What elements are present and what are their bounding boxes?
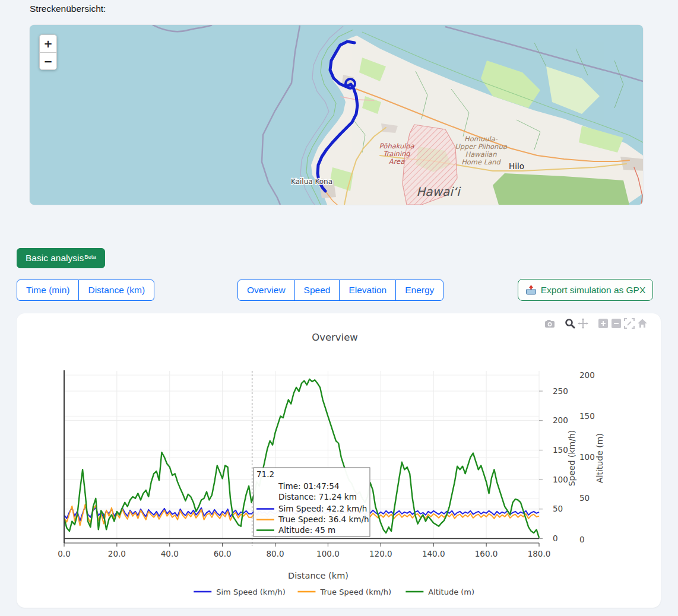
svg-text:40.0: 40.0 bbox=[161, 549, 179, 558]
toggle-time-button[interactable]: Time (min) bbox=[17, 280, 79, 301]
svg-text:120.0: 120.0 bbox=[369, 549, 392, 558]
svg-text:0.0: 0.0 bbox=[58, 549, 70, 558]
camera-icon[interactable] bbox=[543, 317, 556, 330]
legend-item-1[interactable]: Sim Speed (km/h) bbox=[194, 588, 286, 596]
legend-item-2[interactable]: True Speed (km/h) bbox=[297, 588, 391, 596]
chart-title: Overview bbox=[312, 332, 358, 343]
svg-text:180.0: 180.0 bbox=[528, 549, 551, 558]
svg-text:Altitude (m): Altitude (m) bbox=[428, 588, 474, 596]
map-canvas[interactable]: Kailua Kona Hilo Hawaiʻi Pōhakuloa Train… bbox=[30, 25, 643, 205]
export-icon bbox=[525, 285, 537, 295]
map-zoom-control: + − bbox=[39, 34, 57, 70]
x-axis-title: Distance (km) bbox=[288, 571, 348, 580]
zoom-in-icon[interactable] bbox=[597, 317, 610, 330]
chart-tab-group: Overview Speed Elevation Energy bbox=[237, 280, 443, 301]
route-map[interactable]: + − bbox=[30, 25, 643, 205]
map-label-kailua: Kailua Kona bbox=[291, 177, 332, 186]
svg-text:0: 0 bbox=[579, 535, 585, 544]
svg-text:Home Land: Home Land bbox=[461, 158, 501, 166]
legend-item-3[interactable]: Altitude (m) bbox=[405, 588, 474, 596]
toggle-distance-button[interactable]: Distance (km) bbox=[78, 280, 154, 301]
map-zoom-in-button[interactable]: + bbox=[39, 34, 57, 52]
zoom-tool-icon[interactable] bbox=[563, 317, 576, 330]
svg-text:0: 0 bbox=[553, 534, 558, 543]
svg-text:150: 150 bbox=[579, 411, 595, 421]
hover-tooltip: 71.2Time: 01:47:54Distance: 71.24 kmSim … bbox=[254, 468, 370, 536]
svg-text:100: 100 bbox=[579, 452, 595, 462]
svg-text:Sim Speed: 42.2 km/h: Sim Speed: 42.2 km/h bbox=[278, 504, 367, 513]
svg-text:50: 50 bbox=[553, 504, 563, 513]
svg-text:Altitude: 45 m: Altitude: 45 m bbox=[278, 525, 335, 535]
svg-text:True Speed: 36.4 km/h: True Speed: 36.4 km/h bbox=[278, 515, 369, 524]
svg-text:Training: Training bbox=[383, 150, 410, 158]
basic-analysis-label: Basic analysis bbox=[26, 253, 84, 263]
basic-analysis-button[interactable]: Basic analysisBeta bbox=[17, 248, 105, 268]
svg-text:Hawaiian: Hawaiian bbox=[465, 150, 498, 158]
map-label-island: Hawaiʻi bbox=[416, 185, 461, 199]
svg-text:150: 150 bbox=[553, 445, 568, 455]
svg-text:20.0: 20.0 bbox=[108, 549, 126, 558]
svg-text:Area: Area bbox=[389, 157, 405, 166]
svg-text:50: 50 bbox=[579, 493, 590, 503]
svg-text:Sim Speed (km/h): Sim Speed (km/h) bbox=[216, 588, 286, 596]
altitude-axis-labels: 050100150200 bbox=[579, 370, 595, 544]
map-label-hilo: Hilo bbox=[509, 161, 524, 171]
svg-text:200: 200 bbox=[579, 370, 595, 380]
reset-axes-home-icon[interactable] bbox=[636, 317, 649, 330]
svg-text:Upper Piihonua: Upper Piihonua bbox=[455, 142, 507, 151]
plotly-modebar bbox=[543, 317, 649, 330]
svg-text:71.2: 71.2 bbox=[256, 469, 274, 479]
export-label: Export simulation as GPX bbox=[541, 285, 646, 295]
svg-text:140.0: 140.0 bbox=[422, 549, 445, 558]
beta-badge: Beta bbox=[84, 254, 96, 260]
svg-text:160.0: 160.0 bbox=[475, 549, 498, 558]
svg-text:60.0: 60.0 bbox=[214, 549, 232, 558]
autoscale-icon[interactable] bbox=[623, 317, 636, 330]
page-title: Streckenübersicht: bbox=[30, 4, 106, 14]
x-axis-toggle-group: Time (min) Distance (km) bbox=[17, 280, 154, 301]
svg-text:100: 100 bbox=[553, 475, 568, 484]
overview-chart[interactable]: Overview0.020.040.060.080.0100.0120.0140… bbox=[17, 313, 661, 608]
tab-speed[interactable]: Speed bbox=[294, 280, 340, 301]
svg-text:200: 200 bbox=[553, 415, 568, 425]
svg-text:Time: 01:47:54: Time: 01:47:54 bbox=[278, 481, 340, 491]
tab-energy[interactable]: Energy bbox=[395, 280, 443, 301]
export-gpx-button[interactable]: Export simulation as GPX bbox=[518, 279, 653, 301]
svg-text:Pōhakuloa: Pōhakuloa bbox=[379, 142, 414, 150]
map-zoom-out-button[interactable]: − bbox=[39, 52, 57, 70]
svg-text:100.0: 100.0 bbox=[316, 549, 340, 558]
pan-tool-icon[interactable] bbox=[576, 317, 590, 330]
zoom-out-icon[interactable] bbox=[610, 317, 623, 330]
svg-text:80.0: 80.0 bbox=[267, 549, 284, 558]
tab-elevation[interactable]: Elevation bbox=[339, 280, 396, 301]
svg-text:250: 250 bbox=[553, 386, 568, 396]
svg-text:True Speed (km/h): True Speed (km/h) bbox=[319, 588, 391, 596]
speed-axis-title: Speed (km/h) bbox=[567, 430, 576, 487]
svg-text:Homuula-: Homuula- bbox=[464, 135, 498, 143]
tab-overview[interactable]: Overview bbox=[237, 280, 295, 301]
altitude-axis-title: Altitude (m) bbox=[595, 433, 604, 483]
x-axis-labels: 0.020.040.060.080.0100.0120.0140.0160.01… bbox=[58, 549, 550, 558]
chart-card: Overview0.020.040.060.080.0100.0120.0140… bbox=[17, 313, 661, 608]
speed-axis-labels: 050100150200250 bbox=[553, 386, 568, 544]
legend: Sim Speed (km/h)True Speed (km/h)Altitud… bbox=[194, 588, 474, 596]
svg-text:Distance: 71.24 km: Distance: 71.24 km bbox=[278, 492, 357, 501]
